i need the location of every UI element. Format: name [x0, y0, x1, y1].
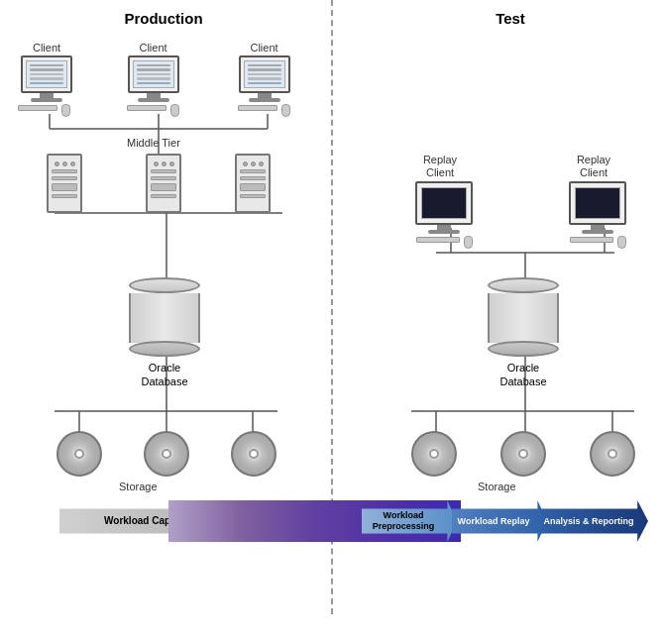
production-oracle-db: OracleDatabase — [129, 277, 200, 389]
replay-screen-1 — [421, 187, 467, 219]
test-storage-label: Storage — [478, 481, 516, 492]
disc-center-1 — [74, 449, 84, 459]
replay-client-2: ReplayClient — [568, 154, 627, 249]
db-top-test — [488, 277, 559, 293]
db-body-test — [488, 293, 559, 343]
monitor-2 — [128, 55, 179, 93]
mouse-3 — [281, 104, 290, 117]
client-2-label: Client — [128, 42, 179, 54]
middle-tier-label: Middle Tier — [127, 137, 180, 149]
replay-client-2-label: ReplayClient — [564, 154, 623, 179]
mouse-1 — [61, 104, 70, 117]
test-storage-disc-3 — [590, 431, 635, 477]
base-2 — [138, 98, 169, 102]
screen-1 — [26, 60, 67, 88]
screen-2 — [133, 60, 174, 88]
replay-mouse-1 — [464, 236, 473, 249]
replay-mouse-2 — [617, 236, 626, 249]
keyboard-3 — [238, 105, 277, 111]
client-computer-2: Client — [127, 42, 179, 117]
storage-disc-2 — [144, 431, 189, 477]
workload-replay-label: Workload Replay — [458, 516, 542, 527]
production-label: Production — [30, 10, 297, 27]
replay-monitor-1 — [415, 181, 473, 225]
replay-monitor-2 — [569, 181, 626, 225]
replay-screen-2 — [575, 187, 620, 219]
mouse-2 — [170, 104, 179, 117]
test-label: Test — [377, 10, 644, 27]
test-db-label: OracleDatabase — [499, 361, 546, 389]
monitor-3 — [239, 55, 290, 93]
db-top-prod — [129, 277, 200, 293]
test-storage-disc-1 — [411, 431, 457, 477]
db-bottom-test — [488, 341, 559, 357]
replay-base-1 — [428, 230, 460, 234]
keyboard-2 — [127, 105, 166, 111]
replay-keyboard-1 — [416, 237, 460, 243]
client-1-label: Client — [21, 42, 72, 54]
client-3-label: Client — [239, 42, 290, 54]
disc-center-3 — [249, 449, 259, 459]
test-disc-center-1 — [429, 449, 439, 459]
client-computer-3: Client — [238, 42, 290, 117]
diagram: Production Test — [0, 0, 663, 644]
test-disc-center-2 — [518, 449, 528, 459]
production-storage-label: Storage — [119, 481, 158, 492]
test-oracle-db: OracleDatabase — [488, 277, 559, 389]
replay-client-1-label: ReplayClient — [410, 154, 470, 179]
analysis-reporting-label: Analysis & Reporting — [543, 516, 645, 527]
disc-center-2 — [162, 449, 171, 459]
replay-base-2 — [582, 230, 613, 234]
production-db-label: OracleDatabase — [141, 361, 187, 389]
screen-3 — [244, 60, 285, 88]
db-bottom-prod — [129, 341, 200, 357]
storage-disc-3 — [231, 431, 276, 477]
keyboard-1 — [18, 105, 57, 111]
base-3 — [249, 98, 280, 102]
workload-preprocessing-label: Workload Preprocessing — [362, 510, 457, 532]
test-disc-center-3 — [608, 449, 617, 459]
analysis-reporting-arrow: Analysis & Reporting — [541, 500, 648, 542]
replay-keyboard-2 — [570, 237, 613, 243]
client-computer-1: Client — [18, 42, 75, 117]
replay-client-1: ReplayClient — [414, 154, 474, 249]
base-1 — [31, 98, 62, 102]
test-storage-disc-2 — [500, 431, 546, 477]
db-body-prod — [129, 293, 200, 343]
monitor-1 — [21, 55, 72, 93]
storage-disc-1 — [56, 431, 102, 477]
